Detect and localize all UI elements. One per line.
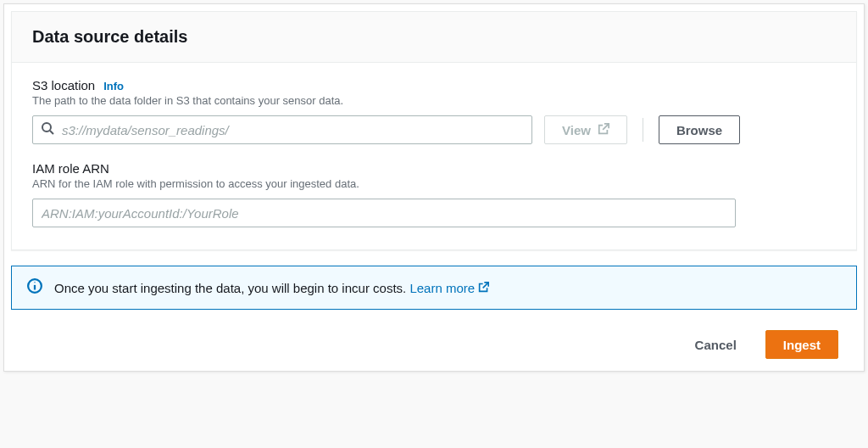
vertical-separator [643,118,643,142]
data-source-details-panel: Data source details S3 location Info The… [11,11,857,250]
panel-body: S3 location Info The path to the data fo… [12,63,856,249]
alert-text: Once you start ingesting the data, you w… [54,281,489,295]
external-link-icon [478,281,489,295]
view-button[interactable]: View [544,115,627,144]
svg-line-1 [50,131,53,134]
external-link-icon [598,123,609,137]
panel-header: Data source details [12,12,856,63]
iam-role-hint: ARN for the IAM role with permission to … [32,177,836,190]
search-icon [41,121,54,138]
s3-location-input[interactable] [32,115,532,144]
view-button-label: View [562,124,591,137]
learn-more-label: Learn more [409,281,475,295]
info-icon [27,278,42,297]
s3-location-input-wrapper [32,115,532,144]
learn-more-link[interactable]: Learn more [409,281,489,295]
iam-role-field: IAM role ARN ARN for the IAM role with p… [32,161,836,227]
iam-role-label: IAM role ARN [32,161,109,176]
s3-location-hint: The path to the data folder in S3 that c… [32,94,836,107]
s3-info-link[interactable]: Info [103,80,124,92]
cancel-button[interactable]: Cancel [678,330,754,359]
iam-role-input[interactable] [32,199,736,227]
browse-button-label: Browse [676,124,722,137]
svg-point-4 [34,282,35,283]
cancel-button-label: Cancel [695,339,737,351]
browse-button[interactable]: Browse [659,115,740,144]
cost-info-alert: Once you start ingesting the data, you w… [11,266,857,310]
ingest-button[interactable]: Ingest [765,330,838,359]
alert-message: Once you start ingesting the data, you w… [54,281,406,295]
s3-location-field: S3 location Info The path to the data fo… [32,78,836,144]
svg-point-0 [42,123,51,132]
panel-title: Data source details [32,27,836,47]
footer-actions: Cancel Ingest [4,310,864,371]
page-card: Data source details S3 location Info The… [3,3,865,372]
s3-location-label: S3 location [32,78,95,92]
ingest-button-label: Ingest [783,339,821,351]
